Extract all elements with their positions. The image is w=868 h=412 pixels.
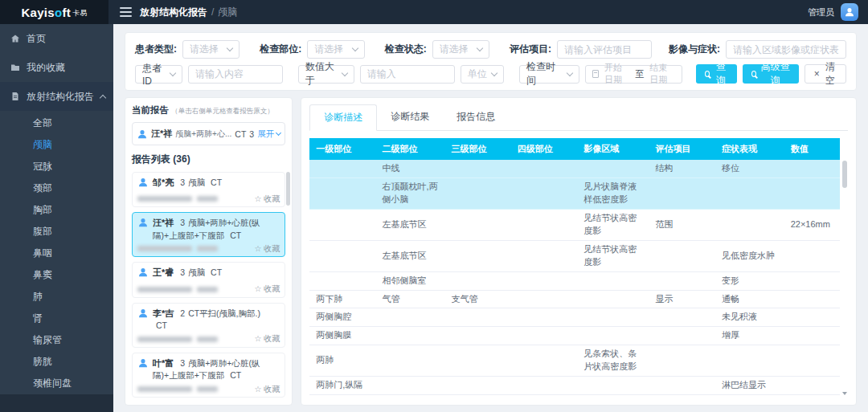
table-cell[interactable] (309, 271, 375, 290)
table-cell[interactable]: 范围 (649, 209, 714, 240)
date-range-picker[interactable]: 开始日期 至 结束日期 (585, 65, 682, 84)
sidebar-subitem[interactable]: 膀胱 (0, 351, 113, 373)
table-cell[interactable] (376, 345, 445, 377)
table-cell[interactable] (444, 271, 510, 290)
table-cell[interactable] (577, 327, 649, 345)
image-symptom-input[interactable] (726, 40, 846, 59)
report-list-item[interactable]: 汪*祥3颅脑+两肺+心脏(纵隔)+上腹部+下腹部 CT☆ 收藏 (132, 212, 285, 257)
expand-toggle[interactable]: 展开 (257, 128, 280, 140)
table-cell[interactable] (577, 271, 649, 290)
favorite-button[interactable]: ☆ 收藏 (254, 194, 280, 205)
eval-item-input[interactable] (557, 40, 652, 59)
table-cell[interactable] (444, 209, 510, 240)
table-cell[interactable] (376, 327, 445, 345)
table-cell[interactable] (649, 271, 714, 290)
value-compare-select[interactable]: 数值大于 (298, 65, 354, 84)
breadcrumb-root[interactable]: 放射结构化报告 (140, 6, 207, 19)
sidebar-subitem[interactable]: 颈椎间盘 (0, 373, 113, 394)
table-cell[interactable] (444, 308, 510, 327)
table-cell[interactable]: 气管 (376, 290, 445, 308)
table-cell[interactable] (784, 308, 840, 327)
table-cell[interactable] (511, 160, 577, 177)
list-scrollbar[interactable] (285, 172, 291, 400)
tab-active[interactable]: 诊断描述 (309, 104, 377, 131)
table-cell[interactable] (577, 377, 649, 395)
value-input[interactable] (360, 65, 455, 84)
table-cell[interactable] (649, 327, 714, 345)
sidebar-subitem[interactable]: 腹部 (0, 221, 113, 243)
table-cell[interactable] (444, 160, 510, 177)
table-cell[interactable] (511, 209, 577, 240)
sidebar-collapse-icon[interactable] (120, 5, 132, 19)
favorite-button[interactable]: ☆ 收藏 (254, 243, 280, 255)
table-cell[interactable] (784, 240, 840, 271)
table-cell[interactable] (511, 290, 577, 308)
table-cell[interactable] (511, 271, 577, 290)
report-list-item[interactable]: 王*睿3颅脑 CT☆ 收藏 (132, 262, 285, 297)
app-logo[interactable]: Kayisoft卡易 (0, 0, 108, 24)
table-cell[interactable]: 见片状脑脊液样低密度影 (577, 177, 649, 209)
patient-type-select[interactable]: 请选择 (182, 40, 240, 59)
exam-part-select[interactable]: 请选择 (307, 40, 364, 59)
table-cell[interactable] (649, 377, 714, 395)
table-cell[interactable] (784, 395, 840, 397)
sidebar-item-home[interactable]: 首页 (0, 24, 113, 53)
table-cell[interactable] (784, 290, 840, 308)
table-cell[interactable] (444, 345, 510, 377)
table-cell[interactable] (577, 160, 649, 177)
table-cell[interactable] (511, 327, 577, 345)
table-cell[interactable] (715, 345, 784, 377)
advanced-search-button[interactable]: 高级查询 (743, 64, 799, 84)
table-cell[interactable] (376, 395, 445, 397)
sidebar-subitem[interactable]: 输尿管 (0, 329, 113, 351)
table-cell[interactable] (649, 308, 714, 327)
table-cell[interactable] (715, 209, 784, 240)
report-list-item[interactable]: 叶*富3颅脑+两肺+心脏(纵隔)+上腹部+下腹部 CT☆ 收藏 (132, 353, 285, 398)
sidebar-subitem[interactable]: 肾 (0, 308, 113, 329)
clear-button[interactable]: ×清空 (805, 64, 846, 84)
table-cell[interactable]: 两侧胸膜 (309, 327, 375, 345)
table-cell[interactable] (444, 377, 510, 395)
table-cell[interactable]: 见结节状高密度影 (577, 240, 649, 271)
sidebar-item-structured-reports[interactable]: 放射结构化报告 (0, 82, 113, 111)
table-cell[interactable]: 右顶颞枕叶,两侧小脑 (376, 177, 445, 209)
table-cell[interactable] (309, 177, 375, 209)
tab-item[interactable]: 报告信息 (443, 104, 509, 130)
table-scrollbar[interactable] (841, 138, 848, 397)
table-cell[interactable]: 两肺门,纵隔 (309, 395, 375, 397)
table-cell[interactable] (444, 177, 510, 209)
table-cell[interactable] (784, 177, 840, 209)
table-cell[interactable] (577, 308, 649, 327)
table-cell[interactable] (784, 377, 840, 395)
table-cell[interactable] (784, 327, 840, 345)
table-cell[interactable] (784, 271, 840, 290)
table-cell[interactable] (577, 290, 649, 308)
table-cell[interactable] (715, 177, 784, 209)
sidebar-subitem[interactable]: 全部 (0, 112, 113, 134)
table-cell[interactable]: 增厚 (715, 327, 784, 345)
table-cell[interactable] (649, 240, 714, 271)
exam-status-select[interactable]: 请选择 (432, 40, 489, 59)
table-cell[interactable] (577, 395, 649, 397)
table-cell[interactable] (784, 345, 840, 377)
table-cell[interactable] (309, 209, 375, 240)
exam-time-select[interactable]: 检查时间 (519, 65, 579, 84)
table-cell[interactable]: 淋巴结显示 (715, 377, 784, 395)
table-cell[interactable] (784, 160, 840, 177)
report-list-item[interactable]: 邹*亮3颅脑 CT☆ 收藏 (132, 172, 285, 207)
table-cell[interactable] (649, 345, 714, 377)
table-cell[interactable]: 移位 (715, 160, 784, 177)
table-cell[interactable]: 中线 (376, 160, 445, 177)
table-cell[interactable] (511, 395, 577, 397)
table-cell[interactable]: 结构 (649, 160, 714, 177)
table-cell[interactable] (511, 177, 577, 209)
table-cell[interactable] (444, 327, 510, 345)
table-cell[interactable] (649, 395, 714, 397)
sidebar-subitem[interactable]: 胸部 (0, 199, 113, 221)
unit-select[interactable]: 单位 (461, 65, 504, 84)
table-cell[interactable] (511, 308, 577, 327)
report-list-item[interactable]: 李*吉2CT平扫(颅脑,胸部.) CT☆ 收藏 (132, 303, 285, 348)
table-cell[interactable]: 支气管 (444, 290, 510, 308)
sidebar-subitem[interactable]: 冠脉 (0, 156, 113, 177)
table-cell[interactable] (511, 240, 577, 271)
